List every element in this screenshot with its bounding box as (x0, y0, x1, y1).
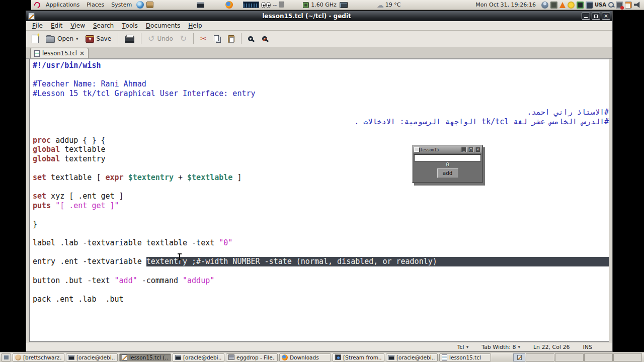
maximize-button[interactable] (592, 13, 600, 20)
tab-width-selector[interactable]: Tab Width: 8 ▾ (481, 344, 520, 350)
code-line[interactable]: pack .ent .lab .but (33, 295, 609, 304)
tk-minimize-button[interactable]: _ (461, 147, 467, 152)
copy-button[interactable] (211, 34, 223, 44)
cut-button[interactable]: ✂ (198, 34, 209, 44)
workspace-cell[interactable] (613, 353, 642, 361)
battery-icon[interactable] (577, 2, 584, 9)
code-line[interactable] (33, 98, 609, 108)
menu-help[interactable]: Help (184, 21, 206, 31)
tk-maximize-button[interactable]: □ (468, 147, 474, 152)
panel-menu-system[interactable]: System (108, 0, 135, 10)
code-line[interactable] (33, 229, 609, 239)
code-line[interactable]: } (33, 220, 609, 229)
code-line[interactable] (33, 164, 609, 173)
tab-close-icon[interactable]: × (79, 50, 85, 56)
minimize-button[interactable] (582, 13, 590, 20)
magnifier-icon[interactable] (608, 2, 614, 8)
battery-alert-icon[interactable] (616, 2, 623, 9)
menu-edit[interactable]: Edit (47, 21, 66, 31)
keyboard-layout-label[interactable]: USA (595, 2, 606, 8)
workspace-cell[interactable] (555, 353, 584, 361)
volume-icon[interactable] (634, 2, 642, 9)
workspace-cell[interactable] (526, 353, 554, 361)
paste-button[interactable] (225, 34, 237, 44)
print-button[interactable] (122, 33, 137, 45)
globe-icon[interactable] (136, 1, 144, 9)
language-selector[interactable]: Tcl ▾ (457, 344, 469, 350)
code-line[interactable]: button .but -text "add" -command "addup" (33, 276, 609, 286)
taskbar-button[interactable]: [oracle@debi... (66, 353, 118, 361)
taskbar-button[interactable]: [Stream from... (333, 353, 384, 361)
panel-menu-applications[interactable]: Applications (42, 0, 83, 10)
code-line[interactable]: puts "[ .ent get ]" (33, 201, 609, 211)
taskbar-button[interactable]: [oracle@debi... (173, 353, 224, 361)
code-line[interactable] (33, 248, 609, 257)
code-line[interactable] (33, 183, 609, 192)
note-icon[interactable] (625, 2, 632, 9)
code-line[interactable]: global textlable (33, 145, 609, 154)
plug-icon[interactable] (279, 2, 284, 8)
code-line[interactable]: #!/usr/bin/wish (33, 61, 609, 70)
package-icon[interactable] (146, 2, 153, 8)
debian-logo-icon[interactable] (33, 1, 42, 9)
code-line[interactable] (33, 266, 609, 276)
menu-file[interactable]: File (28, 21, 47, 31)
open-button[interactable]: Open ▾ (43, 33, 81, 44)
code-line[interactable]: label .lab -textvariable textlable -text… (33, 238, 609, 248)
taskbar-button[interactable]: lesson15.tcl (... (119, 353, 171, 361)
undo-button[interactable]: ↺ Undo (145, 33, 176, 44)
tk-title-bar[interactable]: lesson15 _ □ × (413, 146, 482, 153)
menu-view[interactable]: View (66, 21, 89, 31)
code-line[interactable] (33, 211, 609, 220)
code-line[interactable]: entry .ent -textvariable textentry ;#-wi… (33, 257, 609, 266)
tk-add-button[interactable]: add (437, 168, 458, 178)
code-line[interactable]: #الدرس الخامس عشر لغة tk/tcl الواجهة الر… (33, 117, 609, 127)
menu-documents[interactable]: Documents (142, 21, 184, 31)
taskbar-button[interactable]: eggdrop - File... (226, 353, 278, 361)
weather-cloud-icon[interactable]: ☁ (377, 2, 384, 9)
title-bar[interactable]: lesson15.tcl (~/tcl) - gedit × (26, 11, 612, 21)
cone-icon[interactable] (559, 2, 566, 8)
code-line[interactable] (33, 126, 609, 136)
taskbar-button[interactable]: [brettschwarz... (13, 353, 64, 361)
save-button[interactable]: Save (83, 34, 114, 44)
code-line[interactable]: #Teacher Name: Rani Ahmad (33, 79, 609, 89)
menu-tools[interactable]: Tools (118, 21, 142, 31)
tk-close-button[interactable]: × (475, 147, 481, 152)
code-line[interactable]: set textlable [ expr $textentry + $textl… (33, 173, 609, 183)
code-line[interactable] (33, 70, 609, 80)
find-button[interactable] (246, 35, 258, 43)
taskbar-button[interactable]: lesson15.tcl (439, 353, 491, 361)
clock[interactable]: Mon Oct 31, 19:26:16 (475, 2, 536, 8)
replace-button[interactable] (260, 35, 272, 43)
user-icon[interactable] (541, 2, 548, 9)
code-line[interactable] (33, 285, 609, 295)
close-button[interactable]: × (602, 13, 610, 20)
show-desktop-button[interactable] (1, 353, 11, 361)
taskbar-button[interactable]: Downloads (279, 353, 331, 361)
network-computer-icon[interactable] (340, 2, 348, 8)
code-line[interactable]: global textentry (33, 154, 609, 164)
tk-entry-field[interactable] (414, 154, 481, 161)
taskbar-button[interactable]: [oracle@debi... (386, 353, 438, 361)
tab-lesson15[interactable]: lesson15.tcl × (30, 48, 89, 58)
code-line[interactable]: proc addup { } { (33, 136, 609, 145)
text-editor-area[interactable]: #!/usr/bin/wish #Teacher Name: Rani Ahma… (29, 59, 609, 342)
system-monitor-applet[interactable] (243, 2, 259, 8)
terminal-icon[interactable] (197, 2, 204, 8)
display-icon[interactable] (586, 2, 593, 9)
new-document-button[interactable] (29, 33, 41, 45)
camera-icon[interactable] (550, 2, 557, 9)
code-line[interactable]: #الاستاذ راني احمد. (33, 108, 609, 117)
eyes-applet[interactable] (261, 2, 271, 8)
redo-button[interactable]: ↻ (178, 33, 189, 44)
gear-icon[interactable] (568, 2, 575, 9)
pager-active-cell[interactable] (513, 353, 525, 361)
battery-icon[interactable] (303, 2, 309, 8)
code-line[interactable]: #Lesson 15 tk/tcl Graphical User Interfa… (33, 89, 609, 99)
code-line[interactable]: set xyz [ .ent get ] (33, 192, 609, 201)
workspace-cell[interactable] (584, 353, 613, 361)
firefox-icon[interactable] (225, 1, 233, 9)
panel-menu-places[interactable]: Places (83, 0, 108, 10)
menu-search[interactable]: Search (89, 21, 118, 31)
